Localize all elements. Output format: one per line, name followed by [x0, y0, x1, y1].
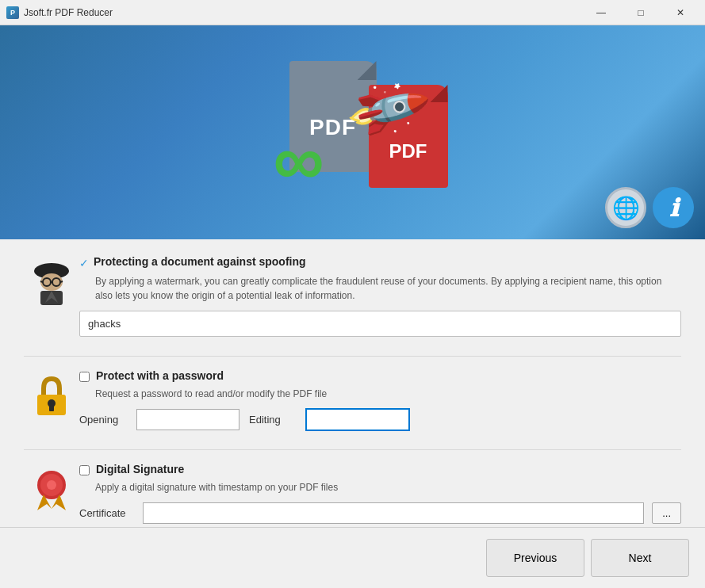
- spoofing-description: By applying a watermark, you can greatly…: [95, 274, 681, 303]
- award-svg: [31, 466, 72, 514]
- spoofing-section: ✓ Protecting a document against spoofing…: [24, 255, 681, 337]
- certificate-browse-button[interactable]: ...: [652, 502, 681, 524]
- svg-line-7: [60, 281, 63, 282]
- svg-rect-13: [49, 406, 54, 411]
- window-title: Jsoft.fr PDF Reducer: [24, 7, 583, 18]
- lock-icon: [24, 369, 79, 420]
- app-icon: P: [6, 6, 19, 19]
- spoofing-title: Protecting a document against spoofing: [94, 255, 306, 268]
- previous-button[interactable]: Previous: [486, 539, 584, 577]
- opening-label: Opening: [79, 414, 127, 426]
- password-body: Protect with a password Request a passwo…: [79, 369, 681, 430]
- digital-signature-title: Digital Signature: [96, 463, 184, 475]
- window-controls: — □ ✕: [583, 3, 699, 22]
- globe-button[interactable]: 🌐: [605, 187, 646, 228]
- password-section: Protect with a password Request a passwo…: [24, 369, 681, 430]
- digital-signature-description: Apply a digital signature with timestamp…: [95, 480, 681, 494]
- corner-buttons: 🌐 ℹ: [605, 187, 694, 228]
- info-icon: ℹ: [669, 194, 678, 222]
- editing-label: Editing: [249, 414, 297, 426]
- close-button[interactable]: ✕: [662, 3, 699, 22]
- digital-signature-body: Digital Signature Apply a digital signat…: [79, 463, 681, 524]
- certificate-label: Certificate: [79, 507, 135, 519]
- password-checkbox[interactable]: [79, 372, 90, 382]
- divider-2: [24, 449, 681, 450]
- password-description: Request a password to read and/or modify…: [95, 387, 681, 401]
- red-doc-label: PDF: [369, 140, 448, 162]
- lock-svg: [31, 372, 72, 420]
- divider-1: [24, 356, 681, 357]
- spoofing-body: ✓ Protecting a document against spoofing…: [79, 255, 681, 337]
- info-button[interactable]: ℹ: [653, 187, 694, 228]
- certificate-input[interactable]: [143, 502, 644, 524]
- globe-icon: 🌐: [612, 195, 640, 221]
- spoofing-checkmark: ✓: [79, 257, 89, 269]
- digital-signature-checkbox[interactable]: [79, 465, 90, 475]
- main-content: ✓ Protecting a document against spoofing…: [0, 239, 705, 527]
- watermark-input[interactable]: [79, 311, 681, 337]
- title-bar: P Jsoft.fr PDF Reducer — □ ✕: [0, 0, 705, 25]
- next-button[interactable]: Next: [591, 539, 689, 577]
- svg-line-6: [40, 281, 43, 282]
- certificate-row: Certificate ...: [79, 502, 681, 524]
- spoofing-header: ✓ Protecting a document against spoofing: [79, 255, 681, 269]
- maximize-button[interactable]: □: [623, 3, 659, 22]
- password-header: Protect with a password: [79, 369, 681, 382]
- digital-signature-header: Digital Signature: [79, 463, 681, 475]
- password-title: Protect with a password: [96, 369, 224, 382]
- award-icon: [24, 463, 79, 514]
- infinity-icon: ∞: [274, 124, 324, 196]
- spy-icon: [24, 255, 79, 307]
- minimize-button[interactable]: —: [583, 3, 619, 22]
- password-row: Opening Editing: [79, 409, 681, 430]
- editing-input[interactable]: [306, 409, 409, 430]
- digital-signature-section: Digital Signature Apply a digital signat…: [24, 463, 681, 524]
- footer: Previous Next: [0, 527, 705, 588]
- svg-point-18: [47, 480, 56, 490]
- opening-input[interactable]: [136, 409, 239, 430]
- pdf-illustration: PDF PDF ∞ 🚀: [226, 45, 480, 220]
- header-banner: PDF PDF ∞ 🚀 🌐 ℹ: [0, 25, 705, 239]
- spy-svg: [29, 258, 74, 307]
